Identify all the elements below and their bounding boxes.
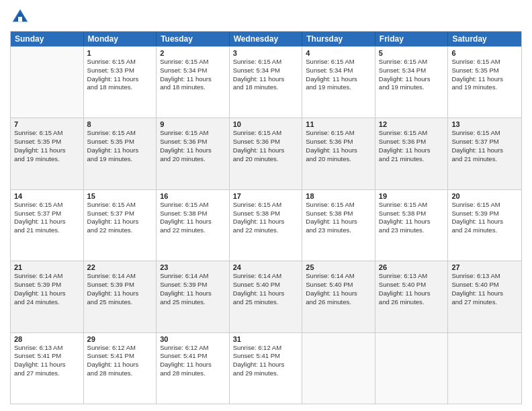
cal-cell: 6Sunrise: 6:15 AM Sunset: 5:35 PM Daylig… xyxy=(448,47,521,118)
calendar: SundayMondayTuesdayWednesdayThursdayFrid… xyxy=(10,31,522,404)
day-info: Sunrise: 6:15 AM Sunset: 5:34 PM Dayligh… xyxy=(306,58,371,92)
logo xyxy=(10,7,33,27)
cal-cell: 5Sunrise: 6:15 AM Sunset: 5:34 PM Daylig… xyxy=(375,47,449,118)
day-info: Sunrise: 6:14 AM Sunset: 5:39 PM Dayligh… xyxy=(14,272,80,306)
day-info: Sunrise: 6:12 AM Sunset: 5:41 PM Dayligh… xyxy=(160,344,226,378)
cal-cell: 30Sunrise: 6:12 AM Sunset: 5:41 PM Dayli… xyxy=(157,333,230,404)
cal-cell xyxy=(302,333,375,404)
cal-cell: 18Sunrise: 6:15 AM Sunset: 5:38 PM Dayli… xyxy=(302,190,375,261)
cal-cell: 3Sunrise: 6:15 AM Sunset: 5:34 PM Daylig… xyxy=(230,47,303,118)
day-info: Sunrise: 6:15 AM Sunset: 5:36 PM Dayligh… xyxy=(160,129,226,163)
day-number: 31 xyxy=(233,335,299,343)
header-day-monday: Monday xyxy=(84,32,157,46)
cal-cell: 15Sunrise: 6:15 AM Sunset: 5:37 PM Dayli… xyxy=(84,190,157,261)
day-number: 19 xyxy=(379,192,445,200)
day-number: 27 xyxy=(451,263,518,271)
cal-cell: 28Sunrise: 6:13 AM Sunset: 5:41 PM Dayli… xyxy=(11,333,84,404)
day-number: 30 xyxy=(160,335,226,343)
day-info: Sunrise: 6:14 AM Sunset: 5:39 PM Dayligh… xyxy=(160,272,226,306)
day-number: 28 xyxy=(14,335,80,343)
day-info: Sunrise: 6:15 AM Sunset: 5:34 PM Dayligh… xyxy=(160,58,226,92)
cal-cell: 1Sunrise: 6:15 AM Sunset: 5:33 PM Daylig… xyxy=(84,47,157,118)
logo-icon xyxy=(10,7,30,27)
day-number: 15 xyxy=(87,192,153,200)
cal-cell: 31Sunrise: 6:12 AM Sunset: 5:41 PM Dayli… xyxy=(230,333,303,404)
cal-week-3: 14Sunrise: 6:15 AM Sunset: 5:37 PM Dayli… xyxy=(11,189,521,261)
cal-cell: 27Sunrise: 6:13 AM Sunset: 5:40 PM Dayli… xyxy=(448,261,521,332)
day-number: 24 xyxy=(233,263,299,271)
day-number: 17 xyxy=(233,192,299,200)
day-info: Sunrise: 6:15 AM Sunset: 5:37 PM Dayligh… xyxy=(87,201,153,235)
header xyxy=(10,7,522,27)
cal-cell: 14Sunrise: 6:15 AM Sunset: 5:37 PM Dayli… xyxy=(11,190,84,261)
cal-cell: 29Sunrise: 6:12 AM Sunset: 5:41 PM Dayli… xyxy=(84,333,157,404)
day-number: 7 xyxy=(14,120,80,128)
cal-cell: 7Sunrise: 6:15 AM Sunset: 5:35 PM Daylig… xyxy=(11,118,84,189)
cal-week-2: 7Sunrise: 6:15 AM Sunset: 5:35 PM Daylig… xyxy=(11,118,521,189)
day-number: 6 xyxy=(451,49,518,57)
cal-cell xyxy=(375,333,449,404)
cal-cell: 25Sunrise: 6:14 AM Sunset: 5:40 PM Dayli… xyxy=(302,261,375,332)
cal-cell: 26Sunrise: 6:13 AM Sunset: 5:40 PM Dayli… xyxy=(375,261,449,332)
day-info: Sunrise: 6:15 AM Sunset: 5:33 PM Dayligh… xyxy=(87,58,153,92)
day-info: Sunrise: 6:15 AM Sunset: 5:34 PM Dayligh… xyxy=(379,58,445,92)
day-info: Sunrise: 6:15 AM Sunset: 5:38 PM Dayligh… xyxy=(379,201,445,235)
svg-rect-2 xyxy=(18,17,22,22)
cal-cell: 12Sunrise: 6:15 AM Sunset: 5:36 PM Dayli… xyxy=(375,118,449,189)
day-info: Sunrise: 6:15 AM Sunset: 5:35 PM Dayligh… xyxy=(451,58,518,92)
day-number: 3 xyxy=(233,49,299,57)
cal-cell: 24Sunrise: 6:14 AM Sunset: 5:40 PM Dayli… xyxy=(230,261,303,332)
day-number: 11 xyxy=(306,120,371,128)
day-number: 26 xyxy=(379,263,445,271)
header-day-wednesday: Wednesday xyxy=(230,32,303,46)
cal-week-4: 21Sunrise: 6:14 AM Sunset: 5:39 PM Dayli… xyxy=(11,261,521,332)
cal-cell: 17Sunrise: 6:15 AM Sunset: 5:38 PM Dayli… xyxy=(230,190,303,261)
day-number: 20 xyxy=(451,192,518,200)
cal-cell: 11Sunrise: 6:15 AM Sunset: 5:36 PM Dayli… xyxy=(302,118,375,189)
cal-cell: 9Sunrise: 6:15 AM Sunset: 5:36 PM Daylig… xyxy=(157,118,230,189)
day-info: Sunrise: 6:15 AM Sunset: 5:37 PM Dayligh… xyxy=(451,129,518,163)
header-day-friday: Friday xyxy=(375,32,449,46)
day-info: Sunrise: 6:14 AM Sunset: 5:40 PM Dayligh… xyxy=(306,272,371,306)
day-info: Sunrise: 6:15 AM Sunset: 5:38 PM Dayligh… xyxy=(160,201,226,235)
day-info: Sunrise: 6:15 AM Sunset: 5:39 PM Dayligh… xyxy=(451,201,518,235)
day-info: Sunrise: 6:12 AM Sunset: 5:41 PM Dayligh… xyxy=(87,344,153,378)
day-info: Sunrise: 6:12 AM Sunset: 5:41 PM Dayligh… xyxy=(233,344,299,378)
cal-cell: 13Sunrise: 6:15 AM Sunset: 5:37 PM Dayli… xyxy=(448,118,521,189)
day-info: Sunrise: 6:15 AM Sunset: 5:38 PM Dayligh… xyxy=(306,201,371,235)
day-number: 5 xyxy=(379,49,445,57)
day-info: Sunrise: 6:15 AM Sunset: 5:36 PM Dayligh… xyxy=(379,129,445,163)
day-number: 9 xyxy=(160,120,226,128)
page: SundayMondayTuesdayWednesdayThursdayFrid… xyxy=(0,0,532,411)
day-number: 10 xyxy=(233,120,299,128)
day-number: 13 xyxy=(451,120,518,128)
day-number: 25 xyxy=(306,263,371,271)
calendar-body: 1Sunrise: 6:15 AM Sunset: 5:33 PM Daylig… xyxy=(11,46,521,404)
day-number: 12 xyxy=(379,120,445,128)
cal-cell: 10Sunrise: 6:15 AM Sunset: 5:36 PM Dayli… xyxy=(230,118,303,189)
day-number: 21 xyxy=(14,263,80,271)
day-info: Sunrise: 6:14 AM Sunset: 5:40 PM Dayligh… xyxy=(233,272,299,306)
day-number: 4 xyxy=(306,49,371,57)
day-number: 18 xyxy=(306,192,371,200)
header-day-sunday: Sunday xyxy=(11,32,84,46)
header-day-tuesday: Tuesday xyxy=(157,32,230,46)
day-number: 14 xyxy=(14,192,80,200)
cal-cell xyxy=(11,47,84,118)
day-info: Sunrise: 6:15 AM Sunset: 5:34 PM Dayligh… xyxy=(233,58,299,92)
cal-cell: 23Sunrise: 6:14 AM Sunset: 5:39 PM Dayli… xyxy=(157,261,230,332)
day-info: Sunrise: 6:15 AM Sunset: 5:36 PM Dayligh… xyxy=(306,129,371,163)
day-info: Sunrise: 6:13 AM Sunset: 5:41 PM Dayligh… xyxy=(14,344,80,378)
day-number: 16 xyxy=(160,192,226,200)
day-number: 23 xyxy=(160,263,226,271)
day-info: Sunrise: 6:15 AM Sunset: 5:35 PM Dayligh… xyxy=(87,129,153,163)
day-number: 1 xyxy=(87,49,153,57)
cal-cell xyxy=(448,333,521,404)
day-info: Sunrise: 6:14 AM Sunset: 5:39 PM Dayligh… xyxy=(87,272,153,306)
cal-cell: 2Sunrise: 6:15 AM Sunset: 5:34 PM Daylig… xyxy=(157,47,230,118)
cal-cell: 22Sunrise: 6:14 AM Sunset: 5:39 PM Dayli… xyxy=(84,261,157,332)
cal-week-1: 1Sunrise: 6:15 AM Sunset: 5:33 PM Daylig… xyxy=(11,46,521,118)
cal-cell: 8Sunrise: 6:15 AM Sunset: 5:35 PM Daylig… xyxy=(84,118,157,189)
day-info: Sunrise: 6:15 AM Sunset: 5:37 PM Dayligh… xyxy=(14,201,80,235)
cal-week-5: 28Sunrise: 6:13 AM Sunset: 5:41 PM Dayli… xyxy=(11,332,521,404)
